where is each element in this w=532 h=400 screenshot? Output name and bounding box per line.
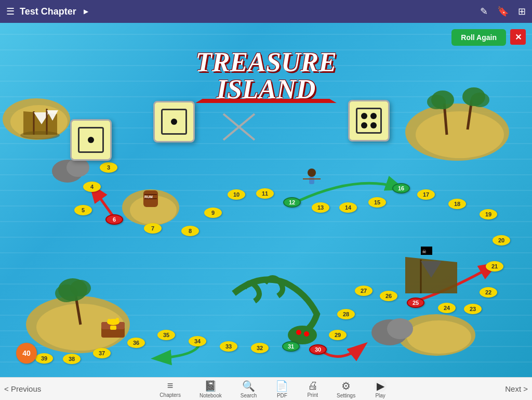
- space-18[interactable]: 18: [448, 199, 466, 209]
- dice-2-inner: [161, 109, 187, 135]
- space-39[interactable]: 39: [35, 353, 53, 364]
- grid-icon[interactable]: ⊞: [518, 6, 526, 17]
- svg-point-11: [66, 158, 89, 177]
- svg-point-41: [296, 330, 301, 335]
- space-20[interactable]: 20: [493, 235, 510, 246]
- search-icon: 🔍: [242, 380, 255, 392]
- previous-button[interactable]: < Previous: [4, 384, 41, 393]
- svg-point-42: [304, 331, 309, 337]
- print-button[interactable]: 🖨 Print: [307, 380, 318, 398]
- bookmark-icon[interactable]: 🔖: [497, 6, 509, 17]
- space-33[interactable]: 33: [220, 341, 237, 352]
- svg-point-19: [471, 93, 489, 107]
- dice-dot: [370, 122, 377, 128]
- edit-icon[interactable]: ✎: [480, 6, 488, 17]
- svg-point-23: [70, 280, 91, 296]
- svg-point-16: [427, 95, 446, 109]
- notebook-button[interactable]: 📓 Notebook: [200, 380, 222, 398]
- space-11[interactable]: 11: [256, 188, 274, 199]
- dice-dot: [361, 113, 367, 119]
- settings-button[interactable]: ⚙ Settings: [337, 380, 355, 398]
- space-34[interactable]: 34: [189, 336, 206, 346]
- notebook-icon: 📓: [204, 380, 217, 392]
- space-38[interactable]: 38: [63, 354, 81, 364]
- toolbar-center: ≡ Chapters 📓 Notebook 🔍 Search 📄 PDF 🖨 P…: [41, 380, 505, 398]
- space-5[interactable]: 5: [74, 205, 92, 215]
- hamburger-icon[interactable]: ☰: [6, 6, 15, 17]
- dice-1[interactable]: [70, 119, 112, 161]
- space-26[interactable]: 26: [380, 291, 397, 301]
- svg-text:☠: ☠: [422, 249, 427, 254]
- space-9[interactable]: 9: [204, 208, 222, 218]
- header-left: ☰ Test Chapter ▶: [6, 6, 88, 17]
- print-icon: 🖨: [308, 380, 318, 392]
- space-28[interactable]: 28: [337, 309, 355, 319]
- search-button[interactable]: 🔍 Search: [241, 380, 257, 398]
- space-23[interactable]: 23: [464, 304, 482, 314]
- chapters-button[interactable]: ≡ Chapters: [159, 380, 181, 398]
- space-13[interactable]: 13: [312, 202, 329, 213]
- space-25[interactable]: 25: [407, 298, 424, 308]
- pdf-label: PDF: [277, 393, 287, 398]
- dice-dots: [361, 113, 377, 128]
- space-29[interactable]: 29: [329, 330, 347, 340]
- space-19[interactable]: 19: [480, 209, 497, 220]
- close-button[interactable]: ✕: [510, 29, 526, 45]
- svg-rect-49: [309, 177, 314, 184]
- play-icon: ▶: [374, 380, 387, 392]
- space-40[interactable]: 40: [16, 343, 37, 364]
- dice-2[interactable]: [153, 101, 195, 143]
- pdf-button[interactable]: 📄 PDF: [275, 380, 288, 398]
- space-31[interactable]: 31: [282, 341, 300, 352]
- header-arrow: ▶: [84, 8, 88, 15]
- search-label: Search: [241, 393, 257, 398]
- svg-rect-26: [110, 326, 116, 330]
- space-7[interactable]: 7: [144, 223, 162, 234]
- dice-3-inner: [356, 108, 382, 134]
- space-24[interactable]: 24: [438, 303, 456, 313]
- space-32[interactable]: 32: [251, 343, 269, 353]
- space-27[interactable]: 27: [355, 286, 373, 296]
- space-37[interactable]: 37: [93, 348, 111, 358]
- roll-again-button[interactable]: Roll Again: [451, 29, 506, 46]
- space-8[interactable]: 8: [181, 226, 199, 236]
- dice-1-inner: [78, 127, 104, 153]
- space-4[interactable]: 4: [83, 182, 101, 192]
- space-16[interactable]: 16: [392, 183, 410, 193]
- space-14[interactable]: 14: [339, 202, 357, 213]
- space-21[interactable]: 21: [486, 261, 503, 272]
- play-label: Play: [375, 393, 385, 398]
- game-area: RUM ☠ TREASURE ISLAND: [0, 23, 532, 377]
- svg-point-48: [308, 169, 316, 177]
- game-title: TREASURE ISLAND: [195, 49, 337, 103]
- dice-dot: [361, 122, 367, 128]
- space-12[interactable]: 12: [283, 197, 301, 208]
- svg-point-13: [387, 318, 413, 339]
- space-10[interactable]: 10: [228, 189, 245, 200]
- print-label: Print: [307, 392, 318, 398]
- svg-text:RUM: RUM: [144, 195, 153, 199]
- svg-point-28: [108, 319, 111, 322]
- space-36[interactable]: 36: [127, 338, 145, 348]
- dice-dot: [370, 113, 377, 119]
- header-title: Test Chapter: [20, 6, 76, 17]
- play-button[interactable]: ▶ Play: [374, 380, 387, 398]
- dice-dot: [88, 137, 94, 143]
- title-banner: TREASURE ISLAND: [195, 49, 337, 103]
- space-17[interactable]: 17: [417, 189, 435, 200]
- space-22[interactable]: 22: [480, 287, 497, 298]
- space-30[interactable]: 30: [309, 344, 327, 355]
- space-35[interactable]: 35: [157, 330, 175, 340]
- dice-3[interactable]: [348, 100, 390, 141]
- settings-icon: ⚙: [341, 380, 351, 392]
- svg-point-35: [20, 131, 60, 139]
- title-ribbon: [195, 99, 337, 103]
- svg-point-5: [416, 111, 504, 158]
- toolbar: < Previous ≡ Chapters 📓 Notebook 🔍 Searc…: [0, 377, 532, 400]
- space-15[interactable]: 15: [368, 197, 386, 208]
- space-3[interactable]: 3: [100, 162, 117, 173]
- header-right: ✎ 🔖 ⊞: [480, 6, 526, 17]
- toolbar-right: Next >: [505, 384, 528, 393]
- next-button[interactable]: Next >: [505, 384, 528, 393]
- space-6[interactable]: 6: [105, 214, 123, 225]
